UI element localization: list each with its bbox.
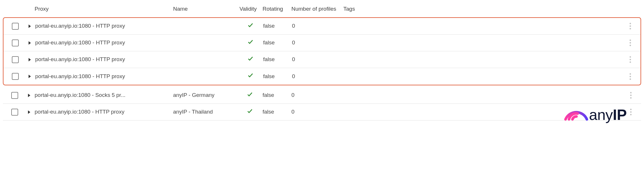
name-value: anyIP - Germany [172,90,238,100]
validity-cell [239,37,262,48]
expand-row-icon[interactable] [28,94,30,97]
table-row: portal-eu.anyip.io:1080 - HTTP proxyfals… [3,35,641,51]
row-checkbox[interactable] [12,73,19,80]
row-actions-menu-icon[interactable] [627,37,633,48]
name-value [173,59,239,61]
tags-value [343,42,621,44]
expand-row-icon[interactable] [28,110,30,114]
highlighted-rows: portal-eu.anyip.io:1080 - HTTP proxyfals… [3,17,641,85]
valid-check-icon [247,91,253,100]
tags-value [343,75,621,78]
rotating-value: false [262,54,291,65]
rotating-value: false [261,90,290,100]
profiles-value: 0 [290,90,342,100]
validity-cell [238,107,261,118]
proxy-value: portal-eu.anyip.io:1080 - HTTP proxy [34,71,173,82]
proxy-value: portal-eu.anyip.io:1080 - HTTP proxy [33,107,172,117]
row-checkbox[interactable] [11,109,18,116]
rotating-value: false [261,107,290,117]
table-header: Proxy Name Validity Rotating Number of p… [3,0,641,17]
validity-cell [239,54,262,65]
col-tags: Tags [342,3,622,15]
name-value [173,75,239,78]
validity-cell [239,21,262,32]
row-checkbox[interactable] [12,23,19,30]
row-actions-menu-icon[interactable] [627,20,633,32]
anyip-logo: anyIP [564,105,627,122]
valid-check-icon [247,39,254,47]
profiles-value: 0 [291,71,343,82]
valid-check-icon [247,108,253,116]
validity-cell [238,90,261,101]
expand-row-icon[interactable] [29,41,31,45]
tags-value [342,94,622,97]
rotating-value: false [262,38,291,48]
row-actions-menu-icon[interactable] [628,106,634,118]
row-checkbox[interactable] [11,92,18,99]
row-checkbox[interactable] [12,39,19,46]
proxy-value: portal-eu.anyip.io:1080 - Socks 5 pr... [33,90,172,100]
expand-row-icon[interactable] [29,75,31,78]
row-actions-menu-icon[interactable] [627,54,633,65]
profiles-value: 0 [290,107,342,117]
rotating-value: false [262,21,291,31]
name-value [173,42,239,44]
table-row: portal-eu.anyip.io:1080 - Socks 5 pr...a… [3,87,641,104]
expand-row-icon[interactable] [29,25,31,28]
proxy-value: portal-eu.anyip.io:1080 - HTTP proxy [34,38,173,48]
col-proxy: Proxy [33,3,172,15]
row-actions-menu-icon[interactable] [628,90,634,101]
proxy-value: portal-eu.anyip.io:1080 - HTTP proxy [34,21,173,31]
col-name: Name [172,3,238,15]
profiles-value: 0 [291,54,343,65]
validity-cell [239,71,262,82]
col-expand [25,7,33,11]
row-checkbox[interactable] [12,56,19,63]
tags-value [343,25,621,27]
proxy-value: portal-eu.anyip.io:1080 - HTTP proxy [34,54,173,65]
valid-check-icon [247,55,254,64]
name-value [173,25,239,27]
proxy-table: Proxy Name Validity Rotating Number of p… [0,0,644,123]
table-row: portal-eu.anyip.io:1080 - HTTP proxyfals… [3,18,641,35]
valid-check-icon [247,72,254,81]
col-rotating: Rotating [261,3,290,15]
name-value: anyIP - Thailand [172,107,238,117]
col-actions [622,7,639,11]
anyip-arcs-icon [564,105,589,122]
profiles-value: 0 [291,21,343,31]
table-row: portal-eu.anyip.io:1080 - HTTP proxyanyI… [3,104,641,120]
expand-row-icon[interactable] [29,58,31,61]
table-row: portal-eu.anyip.io:1080 - HTTP proxyfals… [3,68,641,85]
col-profiles: Number of profiles [290,3,342,15]
anyip-wordmark: anyIP [589,107,627,122]
profiles-value: 0 [291,38,343,48]
table-body: portal-eu.anyip.io:1080 - HTTP proxyfals… [3,17,641,120]
col-validity: Validity [238,3,261,15]
rotating-value: false [262,71,291,82]
tags-value [343,59,621,61]
valid-check-icon [247,22,254,31]
table-row: portal-eu.anyip.io:1080 - HTTP proxyfals… [3,51,641,68]
row-actions-menu-icon[interactable] [627,71,633,82]
col-checkbox [5,7,25,11]
